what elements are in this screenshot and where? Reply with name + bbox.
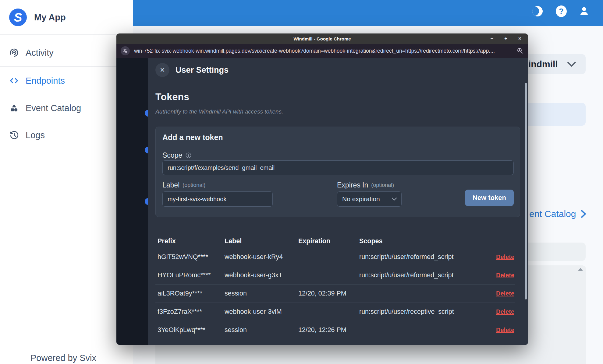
close-modal-button[interactable]: × xyxy=(155,63,169,77)
expires-label-text: Expires In xyxy=(337,181,368,189)
info-icon[interactable] xyxy=(185,152,192,159)
col-header-label: Label xyxy=(222,237,296,245)
sidebar: S My App Activity Endpoints xyxy=(0,0,133,364)
tune-icon xyxy=(122,48,128,54)
cell-scopes: run:script/u/user/reformed_script xyxy=(357,253,488,261)
cell-scopes: run:script/u/user/reformed_script xyxy=(357,271,488,279)
delete-token-link[interactable]: Delete xyxy=(496,254,514,260)
maximize-button[interactable]: + xyxy=(504,36,507,42)
event-catalog-link[interactable]: ent Catalog xyxy=(529,209,587,219)
add-token-title: Add a new token xyxy=(162,133,223,142)
table-row: hGiT52wVNQ**** webhook-user-kRy4 run:scr… xyxy=(155,248,515,266)
modal-content: Tokens Authentify to the Windmill API wi… xyxy=(148,82,528,345)
close-window-button[interactable]: × xyxy=(518,36,521,42)
chevron-down-icon xyxy=(567,61,576,67)
expires-optional-text: (optional) xyxy=(371,182,394,188)
help-icon: ? xyxy=(556,5,567,17)
powered-by-svix: Powered by Svix xyxy=(30,353,96,363)
table-header-row: Prefix Label Expiration Scopes xyxy=(155,234,515,248)
help-button[interactable]: ? xyxy=(555,5,567,17)
sidebar-item-label: Event Catalog xyxy=(26,103,81,113)
history-icon xyxy=(9,130,19,140)
tokens-table: Prefix Label Expiration Scopes hGiT52wVN… xyxy=(155,234,515,339)
sidebar-item-label: Activity xyxy=(26,48,54,58)
delete-token-link[interactable]: Delete xyxy=(496,327,514,333)
svix-logo-icon: S xyxy=(9,9,27,26)
address-url[interactable]: win-752-fix-svix-webhook-win.windmill.pa… xyxy=(134,44,516,58)
cell-expiration: 12/20, 02:39 PM xyxy=(296,290,357,297)
url-bar: win-752-fix-svix-webhook-win.windmill.pa… xyxy=(116,44,528,58)
sidebar-item-logs[interactable]: Logs xyxy=(0,125,133,145)
table-row: 3YeOiKpLwq**** session 12/20, 12:26 PM D… xyxy=(155,321,515,339)
modal-title: User Settings xyxy=(176,58,229,82)
expiration-select[interactable]: No expiration xyxy=(337,191,402,207)
label-label-text: Label xyxy=(162,181,179,189)
expires-field-label: Expires In (optional) xyxy=(337,181,394,189)
scope-input[interactable] xyxy=(162,160,514,175)
scope-label: Scope xyxy=(162,151,192,159)
event-catalog-link-label: ent Catalog xyxy=(529,209,576,219)
cell-prefix: HYOLuPRomc**** xyxy=(155,271,222,279)
new-token-button[interactable]: New token xyxy=(465,190,514,206)
tokens-section-title: Tokens xyxy=(155,91,189,103)
zoom-page-icon[interactable] xyxy=(516,47,524,54)
window-titlebar[interactable]: Windmill - Google Chrome – + × xyxy=(116,33,528,44)
user-icon xyxy=(578,5,590,17)
delete-token-link[interactable]: Delete xyxy=(496,290,514,297)
modal-header: × User Settings xyxy=(148,58,528,82)
backdrop-button-dot xyxy=(145,198,148,205)
shapes-icon xyxy=(9,103,19,113)
cell-label: session xyxy=(222,290,296,297)
cell-scopes: run:script/u/user/receptive_script xyxy=(357,308,488,316)
cell-prefix: f3FzoZ7raX**** xyxy=(155,308,222,316)
scope-label-text: Scope xyxy=(162,151,182,159)
table-row: HYOLuPRomc**** webhook-user-g3xT run:scr… xyxy=(155,266,515,284)
expiration-selected-value: No expiration xyxy=(342,195,380,203)
delete-token-link[interactable]: Delete xyxy=(496,308,514,315)
label-field-label: Label (optional) xyxy=(162,181,205,189)
col-header-expiration: Expiration xyxy=(296,237,357,245)
workspace-name: indmill xyxy=(528,59,558,69)
sidebar-item-label: Endpoints xyxy=(26,76,65,86)
chrome-window: Windmill - Google Chrome – + × win-752-f… xyxy=(116,33,528,345)
page-root: { "colors": { "topbar_blue": "#2b80d4", … xyxy=(0,0,603,364)
cell-label: webhook-user-3vlM xyxy=(222,308,296,316)
modal-scrollbar[interactable] xyxy=(525,83,527,299)
code-icon xyxy=(9,76,19,86)
close-icon: × xyxy=(160,65,165,75)
table-row: f3FzoZ7raX**** webhook-user-3vlM run:scr… xyxy=(155,303,515,321)
dark-mode-button[interactable] xyxy=(531,5,544,17)
sidebar-item-label: Logs xyxy=(26,130,45,140)
section-divider xyxy=(155,106,515,106)
label-input[interactable] xyxy=(162,191,273,207)
app-title: My App xyxy=(34,12,66,23)
cell-expiration: 12/20, 12:26 PM xyxy=(296,326,357,334)
cell-label: webhook-user-kRy4 xyxy=(222,253,296,261)
table-row: aiL3ROat9y**** session 12/20, 02:39 PM D… xyxy=(155,285,515,303)
window-title: Windmill - Google Chrome xyxy=(116,33,528,44)
backdrop-button-dot xyxy=(145,110,148,117)
tokens-section-subtitle: Authentify to the Windmill API with acce… xyxy=(155,108,283,115)
user-settings-modal: × User Settings Tokens Authentify to the… xyxy=(148,58,528,345)
sidebar-item-activity[interactable]: Activity xyxy=(0,43,133,63)
activity-icon xyxy=(9,48,19,58)
top-nav-bar: ? xyxy=(133,0,603,26)
sidebar-item-event-catalog[interactable]: Event Catalog xyxy=(0,98,133,118)
add-token-card: Add a new token Scope Label (optional) xyxy=(155,127,520,217)
window-controls: – + × xyxy=(491,33,521,44)
app-logo-row: S My App xyxy=(9,5,125,30)
sidebar-divider xyxy=(0,66,133,67)
delete-token-link[interactable]: Delete xyxy=(496,272,514,278)
scroll-up-icon[interactable] xyxy=(578,268,583,271)
cell-label: webhook-user-g3xT xyxy=(222,271,296,279)
cell-prefix: aiL3ROat9y**** xyxy=(155,290,222,297)
account-button[interactable] xyxy=(578,5,590,17)
minimize-button[interactable]: – xyxy=(491,36,493,42)
chevron-down-icon xyxy=(392,197,397,201)
col-header-prefix: Prefix xyxy=(155,237,222,245)
sidebar-item-endpoints[interactable]: Endpoints xyxy=(0,71,133,91)
site-settings-chip[interactable] xyxy=(121,46,130,55)
sidebar-divider xyxy=(0,34,133,35)
cell-prefix: hGiT52wVNQ**** xyxy=(155,253,222,261)
cell-label: session xyxy=(222,326,296,334)
